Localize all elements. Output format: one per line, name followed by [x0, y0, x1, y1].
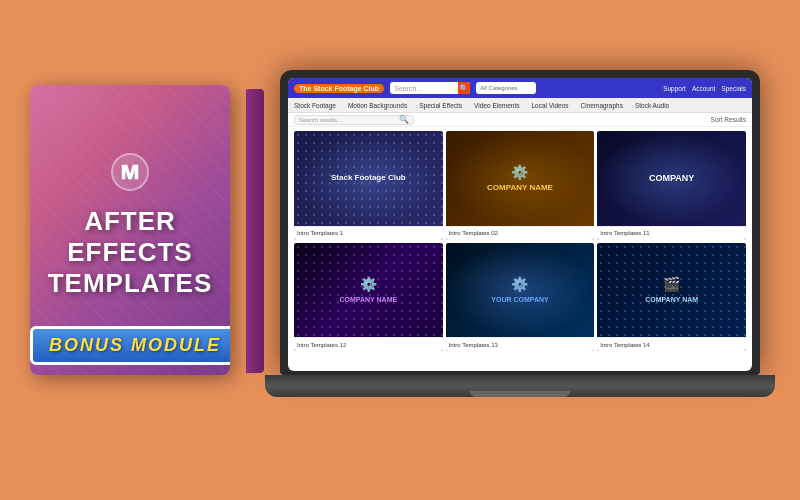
- thumb-3-title: COMPANY: [649, 173, 694, 184]
- site-search-box[interactable]: Search... 🔍: [390, 82, 470, 94]
- thumb-3-label: Intro Templates 11: [597, 226, 746, 240]
- nav-video-elements[interactable]: Video Elements: [474, 102, 519, 109]
- thumb-6-title: COMPANY NAM: [645, 296, 698, 303]
- laptop: The Stock Footage Club Search... 🔍 All C…: [280, 70, 780, 430]
- thumbnails-grid: Stack Footage Club Intro Templates 1 ⚙️ …: [288, 127, 752, 355]
- sub-bar: Search results... 🔍 Sort Results: [288, 113, 752, 127]
- laptop-screen-bezel: The Stock Footage Club Search... 🔍 All C…: [288, 78, 752, 371]
- laptop-screen-outer: The Stock Footage Club Search... 🔍 All C…: [280, 70, 760, 375]
- box-front: AFTER EFFECTS TEMPLATES BONUS MODULE: [30, 85, 230, 375]
- inline-search-text: Search results...: [299, 117, 399, 123]
- box-title-line1: AFTER EFFECTS: [67, 206, 192, 267]
- category-dropdown[interactable]: All Categories: [476, 82, 536, 94]
- thumbnail-5[interactable]: ⚙️ YOUR COMPANY Intro Templates 13: [446, 243, 595, 352]
- site-logo: The Stock Footage Club: [294, 84, 384, 93]
- thumbnail-3[interactable]: COMPANY Intro Templates 11: [597, 131, 746, 240]
- site-logo-text: The Stock Footage Club: [299, 85, 379, 92]
- header-nav: Support Account Specials: [663, 85, 746, 92]
- nav-bar: Stock Footage Motion Backgrounds Special…: [288, 98, 752, 113]
- thumb-6-label: Intro Templates 14: [597, 337, 746, 351]
- bonus-label: BONUS MODULE: [49, 335, 221, 355]
- nav-stock-audio[interactable]: Stock Audio: [635, 102, 669, 109]
- nav-stock-footage[interactable]: Stock Footage: [294, 102, 336, 109]
- sort-results-label[interactable]: Sort Results: [711, 116, 746, 123]
- box-title-line2: TEMPLATES: [48, 268, 213, 298]
- search-placeholder-text: Search...: [394, 85, 458, 92]
- scene: AFTER EFFECTS TEMPLATES BONUS MODULE The: [0, 0, 800, 500]
- m-icon: [119, 161, 141, 183]
- site-header: The Stock Footage Club Search... 🔍 All C…: [288, 78, 752, 98]
- thumbnail-4[interactable]: ⚙️ COMPANY NAME Intro Templates 12: [294, 243, 443, 352]
- box-title: AFTER EFFECTS TEMPLATES: [45, 206, 215, 300]
- thumbnail-1[interactable]: Stack Footage Club Intro Templates 1: [294, 131, 443, 240]
- bonus-badge: BONUS MODULE: [30, 326, 230, 365]
- nav-cinemagraphs[interactable]: Cinemagraphs: [581, 102, 623, 109]
- thumb-4-label: Intro Templates 12: [294, 337, 443, 351]
- thumbnail-6[interactable]: 🎬 COMPANY NAM Intro Templates 14: [597, 243, 746, 352]
- nav-specials[interactable]: Specials: [721, 85, 746, 92]
- inline-search[interactable]: Search results... 🔍: [294, 115, 414, 125]
- website-content: The Stock Footage Club Search... 🔍 All C…: [288, 78, 752, 371]
- nav-motion-backgrounds[interactable]: Motion Backgrounds: [348, 102, 407, 109]
- product-box: AFTER EFFECTS TEMPLATES BONUS MODULE: [30, 85, 270, 415]
- nav-account[interactable]: Account: [692, 85, 716, 92]
- box-side: [246, 89, 264, 373]
- thumb-4-title: COMPANY NAME: [339, 296, 397, 303]
- thumb-5-label: Intro Templates 13: [446, 337, 595, 351]
- inline-search-icon: 🔍: [399, 115, 409, 124]
- thumb-1-label: Intro Templates 1: [294, 226, 443, 240]
- thumb-1-title: Stack Footage Club: [331, 173, 406, 183]
- search-button[interactable]: 🔍: [458, 82, 470, 94]
- nav-local-videos[interactable]: Local Videos: [532, 102, 569, 109]
- category-text: All Categories: [480, 85, 517, 91]
- thumb-2-label: Intro Templates 02: [446, 226, 595, 240]
- thumb-5-title: YOUR COMPANY: [491, 296, 548, 303]
- box-logo-circle: [111, 153, 149, 191]
- nav-special-effects[interactable]: Special Effects: [419, 102, 462, 109]
- thumb-2-title: COMPANY NAME: [487, 183, 553, 192]
- thumbnail-2[interactable]: ⚙️ COMPANY NAME Intro Templates 02: [446, 131, 595, 240]
- laptop-base: [265, 375, 775, 397]
- nav-support[interactable]: Support: [663, 85, 686, 92]
